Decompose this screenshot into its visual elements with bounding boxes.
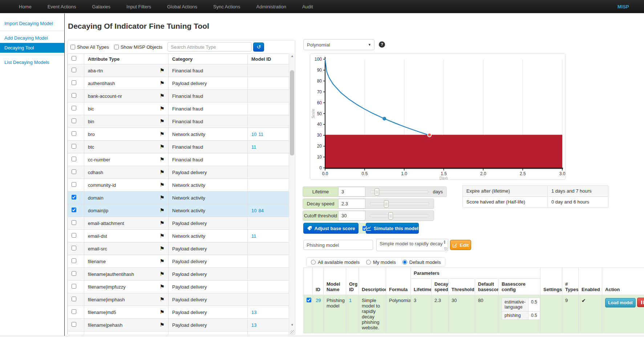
flag-icon[interactable]: ⚑ [160, 220, 165, 226]
model-name-input[interactable] [303, 240, 373, 250]
slider-handle[interactable] [384, 200, 389, 208]
table-scrollbar[interactable]: ▲ ▼ [289, 53, 295, 335]
row-checkbox[interactable] [72, 309, 76, 314]
show-misp-objects-checkbox[interactable]: Show MISP Objects [114, 44, 162, 50]
model-filter-my-models[interactable]: My models [366, 259, 396, 265]
sidebar-item-list-decaying-models[interactable]: List Decaying Models [0, 57, 64, 67]
row-checkbox[interactable] [72, 106, 76, 110]
formula-select[interactable]: Polynomial [303, 39, 374, 50]
nav-item-administration[interactable]: Administration [248, 0, 294, 13]
refresh-button[interactable]: ↺ [253, 43, 264, 52]
help-icon[interactable]: ? [379, 41, 385, 48]
flag-icon[interactable]: ⚑ [160, 334, 165, 335]
model-id-link[interactable]: 11 [251, 144, 256, 150]
org-id-link[interactable]: 1 [349, 298, 352, 303]
flag-icon[interactable]: ⚑ [160, 144, 165, 150]
adjust-base-score-button[interactable]: Adjust base score [303, 223, 359, 234]
flag-icon[interactable]: ⚑ [160, 169, 165, 176]
nav-item-input-filters[interactable]: Input Filters [118, 0, 159, 13]
lifetime-input[interactable] [338, 187, 365, 197]
model-id-link[interactable]: 11 [251, 233, 256, 239]
show-all-types-input[interactable] [70, 45, 75, 49]
decay-chart[interactable]: 01020304050607080901000.00.51.01.52.02.5… [310, 53, 565, 180]
flag-icon[interactable]: ⚑ [160, 194, 165, 201]
misp-brand[interactable]: MISP [617, 0, 629, 13]
row-checkbox[interactable] [72, 157, 76, 161]
decay-speed-input[interactable] [338, 199, 365, 209]
row-checkbox[interactable] [72, 144, 76, 149]
slider-track[interactable] [370, 214, 429, 217]
row-checkbox[interactable] [72, 297, 76, 301]
flag-icon[interactable]: ⚑ [160, 309, 165, 315]
nav-item-galaxies[interactable]: Galaxies [84, 0, 118, 13]
model-description-textarea[interactable]: Simple model to rapidly decay [376, 239, 448, 251]
row-checkbox[interactable] [72, 169, 76, 174]
flag-icon[interactable]: ⚑ [160, 80, 165, 86]
scrollbar-thumb[interactable] [290, 70, 294, 156]
flag-icon[interactable]: ⚑ [160, 283, 165, 290]
flag-icon[interactable]: ⚑ [160, 182, 165, 188]
lifetime-slider[interactable] [370, 187, 429, 197]
load-model-button[interactable]: Load model [605, 298, 636, 307]
flag-icon[interactable]: ⚑ [160, 156, 165, 163]
row-checkbox[interactable] [72, 284, 76, 289]
flag-icon[interactable]: ⚑ [160, 67, 165, 74]
sidebar-item-decaying-tool[interactable]: Decaying Tool [0, 43, 64, 53]
flag-icon[interactable]: ⚑ [160, 271, 165, 277]
show-all-types-checkbox[interactable]: Show All Types [70, 44, 109, 50]
row-checkbox[interactable] [72, 182, 76, 187]
scroll-down-icon[interactable]: ▼ [289, 323, 295, 327]
model-id-link[interactable]: 11 [258, 132, 263, 137]
model-filter-all-available-models[interactable]: All available models [311, 259, 360, 265]
flag-icon[interactable]: ⚑ [160, 233, 165, 239]
flag-icon[interactable]: ⚑ [160, 296, 165, 303]
simulate-model-button[interactable]: Simulate this model [366, 223, 419, 234]
cutoff-threshold-input[interactable] [338, 211, 365, 221]
row-checkbox[interactable] [72, 335, 76, 335]
sidebar-item-import-decaying-model[interactable]: Import Decaying Model [0, 19, 64, 28]
model-id-link[interactable]: 13 [251, 335, 256, 335]
scroll-up-icon[interactable]: ▲ [289, 54, 295, 58]
row-checkbox[interactable] [72, 80, 76, 85]
slider-track[interactable] [370, 202, 429, 205]
row-checkbox[interactable] [72, 195, 76, 200]
model-id-link[interactable]: 10 [251, 132, 256, 137]
model-id-link[interactable]: 29 [316, 298, 321, 303]
model-row-checkbox[interactable] [307, 298, 311, 302]
flag-icon[interactable]: ⚑ [160, 118, 165, 125]
row-checkbox[interactable] [72, 322, 76, 327]
nav-item-event-actions[interactable]: Event Actions [40, 0, 84, 13]
panel-resize-grip[interactable] [290, 330, 295, 334]
select-all-checkbox[interactable] [72, 56, 76, 61]
edit-model-button[interactable]: Edit [450, 240, 471, 250]
slider-handle[interactable] [388, 212, 393, 220]
nav-item-home[interactable]: Home [11, 0, 40, 13]
radio-input[interactable] [402, 260, 407, 265]
model-id-link[interactable]: 10 [251, 208, 256, 213]
row-checkbox[interactable] [72, 68, 76, 72]
show-misp-objects-input[interactable] [114, 45, 119, 49]
flag-icon[interactable]: ⚑ [160, 322, 165, 328]
flag-icon[interactable]: ⚑ [160, 93, 165, 99]
disable-model-button[interactable] [637, 298, 644, 307]
row-checkbox[interactable] [72, 208, 76, 212]
textarea-resize-grip[interactable] [444, 247, 447, 250]
row-checkbox[interactable] [72, 220, 76, 225]
nav-item-global-actions[interactable]: Global Actions [159, 0, 205, 13]
cutoff-threshold-slider[interactable] [370, 211, 429, 221]
search-attribute-input[interactable] [167, 42, 252, 52]
row-checkbox[interactable] [72, 93, 76, 98]
nav-item-audit[interactable]: Audit [294, 0, 321, 13]
flag-icon[interactable]: ⚑ [160, 207, 165, 214]
sidebar-item-add-decaying-model[interactable]: Add Decaying Model [0, 33, 64, 43]
row-checkbox[interactable] [72, 246, 76, 250]
flag-icon[interactable]: ⚑ [160, 105, 165, 112]
nav-item-sync-actions[interactable]: Sync Actions [205, 0, 248, 13]
slider-handle[interactable] [374, 188, 379, 196]
model-id-link[interactable]: 13 [251, 322, 256, 328]
spinner-icon[interactable]: ▲▼ [442, 240, 447, 244]
model-id-link[interactable]: 13 [251, 310, 256, 315]
model-filter-default-models[interactable]: Default models [402, 259, 441, 265]
radio-input[interactable] [311, 260, 316, 265]
model-id-link[interactable]: 84 [258, 208, 263, 213]
